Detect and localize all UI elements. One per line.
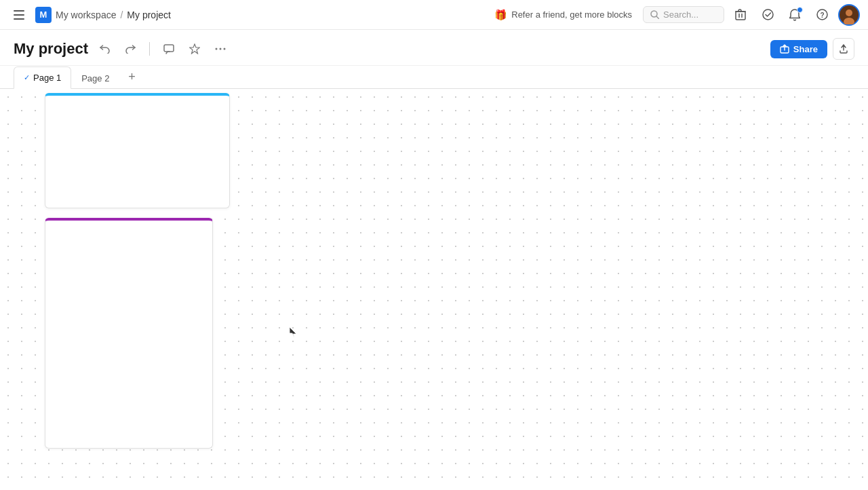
tabs-bar: ✓ Page 1 Page 2 + — [0, 66, 868, 89]
svg-text:?: ? — [820, 12, 824, 19]
tab-check-icon: ✓ — [24, 73, 30, 82]
breadcrumb-separator: / — [120, 10, 123, 20]
page-title: My project — [14, 40, 88, 58]
svg-rect-5 — [736, 12, 745, 20]
check-circle-icon — [762, 9, 774, 20]
canvas-card-purple[interactable] — [45, 218, 213, 449]
redo-button[interactable] — [121, 39, 140, 58]
gift-icon: 🎁 — [494, 9, 507, 21]
more-options-button[interactable] — [211, 39, 230, 58]
canvas-area[interactable] — [0, 89, 868, 484]
refer-label: Refer a friend, get more blocks — [511, 10, 632, 20]
avatar-image — [840, 5, 859, 24]
refer-friend-button[interactable]: 🎁 Refer a friend, get more blocks — [489, 6, 637, 24]
export-icon — [839, 44, 848, 54]
canvas-card-blue[interactable] — [45, 93, 230, 208]
check-circle-button[interactable] — [757, 4, 778, 26]
nav-right: 🎁 Refer a friend, get more blocks Search… — [489, 4, 860, 26]
undo-icon — [100, 45, 110, 54]
svg-point-9 — [763, 10, 773, 20]
notifications-button[interactable] — [784, 4, 806, 26]
help-icon: ? — [816, 9, 828, 20]
search-box[interactable]: Search... — [643, 6, 724, 23]
share-label: Share — [793, 44, 818, 54]
svg-marker-16 — [190, 44, 200, 54]
sidebar-toggle-button[interactable] — [8, 4, 30, 26]
svg-line-4 — [656, 16, 659, 19]
star-icon — [189, 43, 200, 54]
comment-button[interactable] — [159, 39, 178, 58]
svg-point-18 — [220, 48, 222, 50]
help-button[interactable]: ? — [811, 4, 833, 26]
svg-rect-0 — [14, 10, 24, 12]
tab-page1[interactable]: ✓ Page 1 — [14, 67, 71, 89]
breadcrumb-project: My project — [127, 10, 171, 20]
tab-page2-label: Page 2 — [81, 73, 109, 83]
page-header: My project — [0, 30, 868, 66]
nav-left: M My workspace / My project — [8, 4, 171, 26]
search-icon — [650, 10, 659, 19]
share-icon — [780, 44, 789, 54]
svg-rect-1 — [14, 14, 24, 16]
trash-icon — [735, 9, 746, 20]
share-button[interactable]: Share — [770, 40, 827, 58]
svg-point-19 — [224, 48, 226, 50]
page-header-left: My project — [14, 39, 230, 58]
bell-icon — [789, 9, 800, 21]
header-separator — [149, 42, 150, 56]
breadcrumb-workspace[interactable]: My workspace — [56, 10, 116, 20]
top-navigation: M My workspace / My project 🎁 Refer a fr… — [0, 0, 868, 30]
export-button[interactable] — [833, 38, 854, 60]
svg-rect-15 — [164, 45, 174, 52]
redo-icon — [125, 45, 136, 54]
svg-rect-2 — [14, 18, 24, 20]
add-page-button[interactable]: + — [122, 68, 141, 87]
undo-button[interactable] — [95, 39, 114, 58]
svg-point-13 — [846, 10, 852, 16]
page-header-right: Share — [770, 38, 854, 60]
tab-page2[interactable]: Page 2 — [71, 67, 119, 89]
more-icon — [215, 48, 226, 50]
breadcrumb: M My workspace / My project — [35, 7, 171, 23]
avatar[interactable] — [838, 4, 860, 26]
comment-icon — [163, 44, 174, 54]
trash-button[interactable] — [730, 4, 751, 26]
search-placeholder: Search... — [663, 10, 698, 20]
tab-page1-label: Page 1 — [33, 73, 61, 83]
workspace-icon: M — [35, 7, 52, 23]
star-button[interactable] — [185, 39, 204, 58]
svg-point-17 — [216, 48, 218, 50]
